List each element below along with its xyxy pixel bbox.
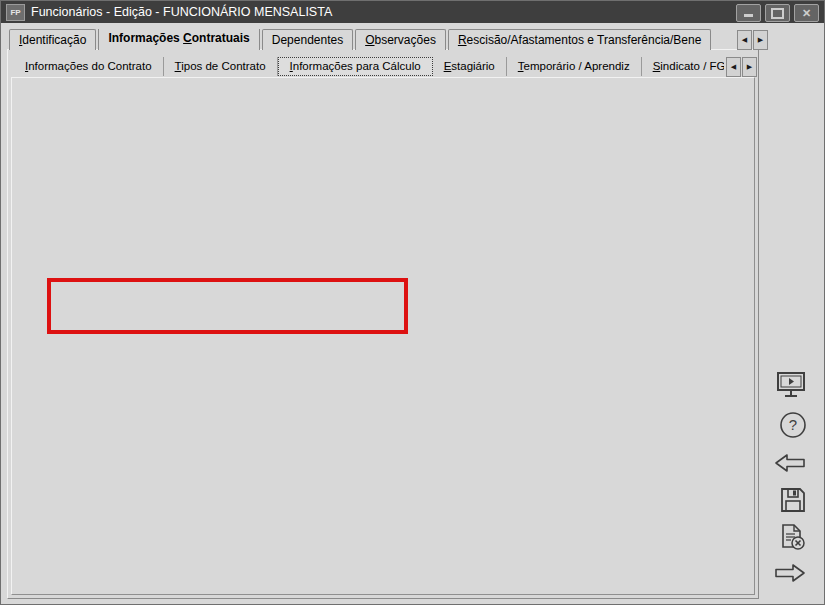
sub-tab-page [11,77,755,595]
window-controls: ✕ [736,4,819,22]
minimize-button[interactable] [736,4,761,22]
app-icon: FP [6,4,25,21]
tab-dependentes[interactable]: Dependentes [262,29,353,50]
help-icon: ? [779,411,807,439]
tab-sindicato-fgts[interactable]: Sindicato / FGTS [642,57,724,76]
help-button[interactable]: ? [776,409,810,441]
previous-button[interactable] [773,447,807,479]
svg-text:?: ? [789,416,797,433]
tab-informacoes-contratuais[interactable]: Informações Contratuais [98,29,259,50]
window-title: Funcionários - Edição - FUNCIONÁRIO MENS… [31,5,332,19]
sub-tab-scroller: ◀ ▶ [725,57,757,77]
arrow-right-icon [774,561,806,585]
main-tab-bar: Identificação Informações Contratuais De… [9,29,736,50]
tab-temporario-aprendiz[interactable]: Temporário / Aprendiz [507,57,642,76]
close-icon: ✕ [802,8,811,19]
save-icon [779,486,807,514]
maximize-icon [771,8,784,19]
document-delete-icon [779,523,807,551]
subtab-scroll-right-icon[interactable]: ▶ [742,57,757,77]
tab-informacoes-para-calculo[interactable]: Informações para Cálculo [278,57,433,76]
main-tab-scroller: ◀ ▶ [736,30,768,50]
arrow-left-icon [774,451,806,475]
delete-record-button[interactable] [776,521,810,553]
tab-scroll-right-icon[interactable]: ▶ [753,30,768,50]
next-button[interactable] [773,557,807,589]
close-button[interactable]: ✕ [794,4,819,22]
maximize-button[interactable] [765,4,790,22]
tab-informacoes-do-contrato[interactable]: Informações do Contrato [14,57,164,76]
tab-observacoes[interactable]: Observações [355,29,446,50]
subtab-scroll-left-icon[interactable]: ◀ [726,57,741,77]
tab-tipos-de-contrato[interactable]: Tipos de Contrato [164,57,278,76]
funcionarios-edit-window: FP Funcionários - Edição - FUNCIONÁRIO M… [0,0,825,605]
monitor-play-icon [776,371,806,399]
preview-button[interactable] [774,369,808,401]
save-button[interactable] [776,484,810,516]
tab-rescisao[interactable]: Rescisão/Afastamentos e Transferência/Be… [448,29,711,50]
tab-identificacao[interactable]: Identificação [9,29,96,50]
titlebar: FP Funcionários - Edição - FUNCIONÁRIO M… [1,1,824,23]
minimize-icon [744,14,753,17]
tab-estagiario[interactable]: Estagiário [433,57,507,76]
sub-tab-bar: Informações do Contrato Tipos de Contrat… [14,56,724,77]
tab-scroll-left-icon[interactable]: ◀ [737,30,752,50]
